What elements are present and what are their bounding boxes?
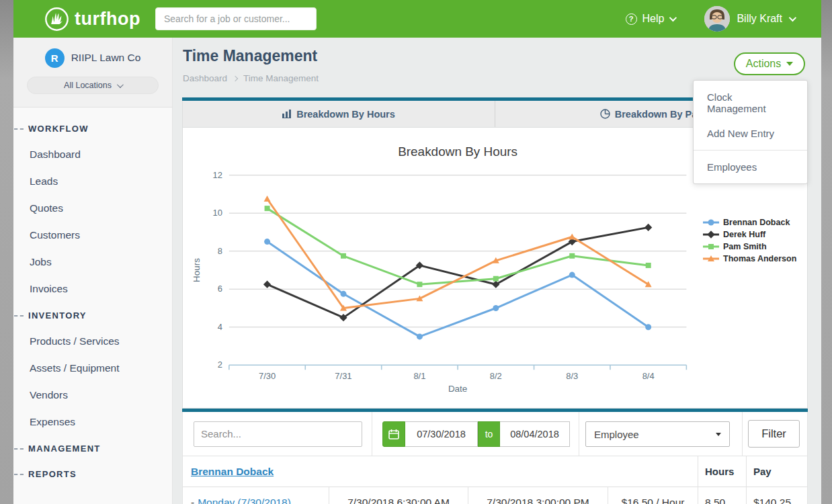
calendar-icon (388, 429, 399, 439)
legend-item-brennan-doback[interactable]: Brennan Doback (703, 216, 796, 228)
sidebar-section-label: MANAGEMENT (28, 444, 101, 454)
legend-label: Brennan Doback (723, 218, 790, 227)
sidebar-org-block: R RIIPL Lawn Co All Locations (13, 38, 172, 108)
divider (579, 412, 579, 456)
breadcrumb-dashboard[interactable]: Dashboard (183, 73, 227, 83)
locations-dropdown[interactable]: All Locations (27, 77, 159, 94)
legend-label: Pam Smith (723, 242, 767, 251)
svg-text:Breakdown By Hours: Breakdown By Hours (398, 144, 517, 159)
sidebar-item-leads[interactable]: Leads (13, 168, 172, 195)
date-range-group: to (382, 421, 570, 447)
hours-cell: 8.50 (698, 487, 746, 504)
chevron-down-icon (117, 81, 124, 88)
grass-logo-icon (44, 7, 69, 32)
employee-group-link[interactable]: Brennan Doback (191, 466, 274, 478)
table-search-input[interactable] (194, 421, 362, 447)
breadcrumb-current: Time Management (243, 73, 319, 83)
legend-item-derek-huff[interactable]: Derek Huff (703, 228, 796, 241)
org-name: RIIPL Lawn Co (71, 52, 141, 64)
actions-label: Actions (746, 58, 781, 70)
date-from-input[interactable] (405, 421, 478, 447)
svg-text:7/31: 7/31 (335, 371, 351, 381)
employee-select[interactable]: Employee (585, 421, 730, 447)
menu-item-employees[interactable]: Employees (694, 155, 807, 179)
brand-name: turfhop (75, 9, 140, 30)
legend-item-thomas-anderson[interactable]: Thomas Anderson (703, 253, 796, 265)
sidebar-item-quotes[interactable]: Quotes (13, 195, 172, 222)
rate-cell: $16.50 / Hour (608, 487, 698, 504)
svg-text:Date: Date (448, 384, 467, 394)
tab-label: Breakdown By Pay (615, 109, 703, 120)
avatar (704, 6, 730, 32)
legend-item-pam-smith[interactable]: Pam Smith (703, 241, 796, 253)
column-header-hours: Hours (705, 466, 734, 477)
sidebar-section-reports[interactable]: REPORTS (13, 461, 172, 487)
sidebar-item-customers[interactable]: Customers (13, 222, 172, 249)
legend-label: Derek Huff (723, 230, 765, 239)
chart-legend: Brennan DobackDerek HuffPam SmithThomas … (703, 216, 796, 265)
legend-label: Thomas Anderson (723, 254, 796, 263)
user-name: Billy Kraft (737, 13, 782, 25)
section-dash-icon (14, 448, 24, 450)
svg-text:Hours: Hours (192, 258, 202, 282)
section-dash-icon (14, 128, 24, 130)
app-window: turfhop ? Help (13, 0, 821, 504)
svg-text:7/30: 7/30 (259, 371, 276, 381)
bar-chart-icon (282, 110, 292, 118)
actions-dropdown-menu: Clock ManagementAdd New EntryEmployees (693, 80, 808, 184)
time-entries-table: Brennan Doback Hours Pay - Monday (7/30/… (182, 456, 808, 504)
sidebar-item-assets-equipment[interactable]: Assets / Equipment (13, 355, 172, 382)
sidebar-section-label: REPORTS (28, 469, 77, 479)
pay-cell: $140.25 (746, 487, 808, 504)
sidebar-section-management[interactable]: MANAGEMENT (13, 435, 172, 461)
diamond-marker-icon (703, 230, 719, 239)
global-search-input[interactable] (155, 7, 317, 30)
menu-divider (694, 150, 807, 151)
sidebar-item-products-services[interactable]: Products / Services (13, 328, 172, 355)
employee-select-value: Employee (594, 429, 639, 440)
sidebar-item-jobs[interactable]: Jobs (13, 249, 172, 276)
section-dash-icon (14, 315, 24, 317)
day-link[interactable]: Monday (7/30/2018) (198, 497, 291, 504)
chevron-right-icon (233, 75, 238, 81)
circle-marker-icon (703, 218, 719, 226)
divider (742, 412, 743, 456)
filter-button[interactable]: Filter (748, 420, 800, 448)
sidebar-item-vendors[interactable]: Vendors (13, 382, 172, 409)
actions-button[interactable]: Actions (734, 52, 805, 75)
top-navbar: turfhop ? Help (13, 0, 821, 38)
table-row: - Monday (7/30/2018) 7/30/2018 6:30:00 A… (183, 487, 807, 504)
row-collapse-toggle[interactable]: - (191, 497, 194, 504)
sidebar-item-dashboard[interactable]: Dashboard (13, 141, 172, 168)
desktop-edge-left (0, 0, 13, 504)
user-menu[interactable]: Billy Kraft (704, 6, 794, 32)
question-circle-icon: ? (626, 13, 637, 25)
sidebar-item-invoices[interactable]: Invoices (13, 276, 172, 302)
date-to-input[interactable] (500, 421, 570, 447)
calendar-button[interactable] (382, 421, 405, 447)
clock-out-cell: 7/30/2018 3:00:00 PM (468, 487, 608, 504)
svg-text:8/3: 8/3 (566, 371, 578, 381)
sidebar-section-inventory[interactable]: INVENTORY (13, 302, 172, 328)
tab-breakdown-by-hours[interactable]: Breakdown By Hours (183, 101, 495, 127)
brand-logo[interactable]: turfhop (44, 7, 140, 32)
desktop-edge-right (821, 0, 832, 504)
svg-text:8: 8 (218, 246, 222, 256)
filter-toolbar: to Employee Filter (182, 412, 808, 456)
svg-text:6: 6 (218, 284, 222, 294)
svg-text:4: 4 (218, 322, 222, 332)
sidebar-section-workflow[interactable]: WORKFLOW (13, 116, 172, 141)
table-header-row: Brennan Doback Hours Pay (183, 456, 807, 487)
help-menu[interactable]: ? Help (626, 13, 675, 25)
square-marker-icon (703, 243, 719, 251)
svg-text:12: 12 (212, 170, 222, 180)
main-content: Time Management Dashboard Time Managemen… (173, 38, 821, 504)
menu-item-clock-management[interactable]: Clock Management (694, 85, 807, 121)
select-caret-icon (716, 433, 721, 436)
sidebar-nav: WORKFLOWDashboardLeadsQuotesCustomersJob… (13, 108, 172, 487)
svg-text:2: 2 (218, 360, 222, 370)
triangle-marker-icon (703, 255, 719, 263)
menu-item-add-new-entry[interactable]: Add New Entry (694, 121, 807, 146)
sidebar-item-expenses[interactable]: Expenses (13, 409, 172, 435)
page-title: Time Management (183, 47, 319, 65)
